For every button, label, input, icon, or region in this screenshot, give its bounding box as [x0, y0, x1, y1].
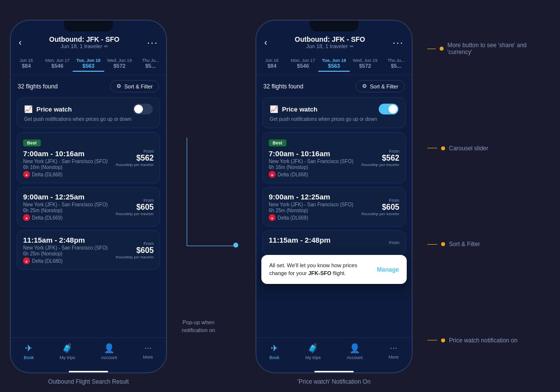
delta-icon-left-0: ▲	[23, 171, 30, 178]
flight-card-right-2[interactable]: 11:15am - 2:48pm From	[262, 230, 406, 255]
date-carousel-left: Jun 16 $84 Mon, Jun 17 $546 Tue, Jun 18 …	[11, 53, 166, 75]
trips-icon-right: 🧳	[308, 343, 318, 354]
date-item-left-1[interactable]: Mon, Jun 17 $546	[42, 56, 73, 72]
flight-card-left-0[interactable]: Best 7:00am - 10:16am New York (JFK) - S…	[17, 132, 160, 183]
sort-filter-button-right[interactable]: ⚙ Sort & Filter	[356, 80, 405, 92]
more-button-left[interactable]: ···	[147, 37, 158, 48]
flights-count-right: 32 flights found	[263, 83, 303, 90]
header-title-left: Outbound: JFK - SFO	[49, 35, 119, 43]
annotation-carousel: Carousel slider	[427, 145, 535, 152]
best-badge-right-0: Best	[269, 140, 286, 146]
book-icon-right: ✈	[271, 343, 278, 354]
header-title-right: Outbound: JFK - SFO	[295, 35, 365, 43]
toggle-knob-left	[134, 105, 143, 113]
more-icon-left: ···	[144, 343, 152, 353]
price-watch-desc-right: Get push notifications when prices go up…	[270, 116, 398, 122]
popup-highlight: JFK-SFO	[308, 270, 332, 276]
connection-dot	[233, 243, 238, 248]
flight-card-left-2[interactable]: 11:15am - 2:48pm New York (JFK) - San Fr…	[17, 230, 160, 270]
caption-right: 'Price watch' Notification On	[298, 378, 371, 385]
popup-text: All set. We'll let you know how prices c…	[269, 262, 371, 277]
header-center-left: Outbound: JFK - SFO Jun 18, 1 traveler ✏	[49, 35, 119, 49]
flight-price-right-0: From $562 Roundtrip per traveler	[362, 149, 399, 167]
date-item-right-0[interactable]: Jun 16 $84	[256, 56, 287, 72]
bottom-nav-left: ✈ Book 🧳 My trips 👤 Account ··· More	[11, 337, 166, 369]
flight-price-left-2: From $605 Roundtrip per traveler	[116, 241, 154, 259]
flights-list-right: Best 7:00am - 10:16am New York (JFK) - S…	[256, 132, 412, 337]
price-watch-desc-left: Get push notifications when prices go up…	[24, 116, 153, 122]
flight-airline-left-0: ▲ Delta (DL668)	[23, 171, 154, 178]
price-watch-title-left: 📈 Price watch	[24, 105, 72, 113]
phone-left: ‹ Outbound: JFK - SFO Jun 18, 1 traveler…	[10, 20, 167, 373]
popup-manage-button[interactable]: Manage	[377, 266, 399, 273]
annotation-line-filter	[427, 244, 437, 245]
edit-icon-right[interactable]: ✏	[350, 44, 354, 49]
flight-card-left-1[interactable]: 9:00am - 12:25am New York (JFK) - San Fr…	[17, 187, 160, 226]
date-item-right-3[interactable]: Wed, Jun 19 $572	[350, 56, 381, 72]
caption-left: Outbound Flight Search Result	[48, 378, 129, 385]
more-icon-right: ···	[390, 343, 397, 353]
filter-bar-left: 32 flights found ⚙ Sort & Filter	[11, 75, 166, 97]
nav-more-left[interactable]: ··· More	[143, 343, 153, 360]
price-watch-toggle-left[interactable]	[133, 104, 153, 114]
nav-trips-left[interactable]: 🧳 My trips	[60, 343, 76, 360]
delta-icon-right-1: ▲	[269, 214, 276, 221]
price-watch-header-right: 📈 Price watch	[270, 104, 398, 114]
price-watch-card-right: 📈 Price watch Get push notifications whe…	[262, 97, 406, 128]
price-watch-toggle-right[interactable]	[379, 104, 398, 114]
flight-card-right-0[interactable]: Best 7:00am - 10:16am New York (JFK) - S…	[262, 132, 406, 183]
delta-icon-left-1: ▲	[23, 214, 30, 221]
account-icon-right: 👤	[349, 343, 360, 354]
nav-account-left[interactable]: 👤 Account	[101, 343, 117, 360]
date-item-left-2[interactable]: Tue, Jun 18 $563	[73, 56, 104, 72]
flight-card-right-1[interactable]: 9:00am - 12:25am New York (JFK) - San Fr…	[262, 187, 406, 226]
nav-book-left[interactable]: ✈ Book	[24, 343, 34, 360]
nav-more-right[interactable]: ··· More	[389, 343, 399, 360]
bottom-nav-right: ✈ Book 🧳 My trips 👤 Account ··· More	[256, 337, 412, 369]
home-indicator-right	[314, 371, 354, 372]
date-item-left-3[interactable]: Wed, Jun 19 $572	[104, 56, 135, 72]
phone-right: ‹ Outbound: JFK - SFO Jun 18, 1 traveler…	[255, 20, 413, 373]
nav-trips-right[interactable]: 🧳 My trips	[306, 343, 321, 360]
annotation-line-price-watch	[427, 340, 437, 340]
page-wrapper: ‹ Outbound: JFK - SFO Jun 18, 1 traveler…	[0, 0, 560, 392]
phone-notch-right	[309, 21, 359, 31]
toggle-knob-right	[389, 105, 397, 113]
connection-line-horizontal	[187, 246, 236, 246]
flight-price-right-1: From $605 Roundtrip per traveler	[362, 198, 399, 216]
filter-icon-right: ⚙	[362, 83, 367, 89]
trips-icon-left: 🧳	[62, 343, 73, 354]
nav-book-right[interactable]: ✈ Book	[269, 343, 280, 360]
phone-notch-left	[64, 21, 113, 31]
flights-list-left: Best 7:00am - 10:16am New York (JFK) - S…	[11, 132, 166, 337]
sort-filter-button-left[interactable]: ⚙ Sort & Filter	[110, 80, 159, 92]
date-item-right-2[interactable]: Tue, Jun 18 $563	[318, 56, 349, 72]
delta-icon-right-0: ▲	[269, 171, 276, 178]
header-subtitle-right: Jun 18, 1 traveler ✏	[295, 43, 365, 49]
header-subtitle-left: Jun 18, 1 traveler ✏	[49, 43, 119, 49]
edit-icon-left[interactable]: ✏	[104, 44, 108, 49]
price-watch-card-left: 📈 Price watch Get push notifications whe…	[17, 97, 160, 128]
date-item-right-1[interactable]: Mon, Jun 17 $546	[287, 56, 318, 72]
date-item-left-0[interactable]: Jun 16 $84	[11, 56, 42, 72]
nav-account-right[interactable]: 👤 Account	[347, 343, 363, 360]
annotation-dot-more	[440, 47, 444, 51]
flight-price-right-2: From	[389, 240, 399, 245]
filter-bar-right: 32 flights found ⚙ Sort & Filter	[256, 75, 412, 97]
back-button-left[interactable]: ‹	[19, 37, 22, 48]
flights-count-left: 32 flights found	[18, 83, 57, 90]
annotation-line-more	[427, 49, 436, 49]
more-button-right[interactable]: ···	[392, 37, 404, 48]
popup-notification: All set. We'll let you know how prices c…	[261, 255, 407, 284]
flight-time-right-2: 11:15am - 2:48pm	[269, 236, 399, 244]
date-item-right-4[interactable]: Thu Ju... $5...	[381, 56, 412, 72]
flight-price-left-0: From $562 Roundtrip per traveler	[116, 149, 154, 167]
flight-price-left-1: From $605 Roundtrip per traveler	[116, 198, 154, 216]
annotation-dot-carousel	[441, 146, 445, 150]
annotation-label-filter: Sort & Filter	[449, 241, 480, 248]
annotation-line-carousel	[427, 148, 437, 148]
date-item-left-4[interactable]: Thu Ju... $5...	[135, 56, 166, 72]
back-button-right[interactable]: ‹	[264, 37, 267, 48]
trend-icon-left: 📈	[24, 105, 32, 113]
annotation-dot-price-watch	[441, 338, 445, 342]
